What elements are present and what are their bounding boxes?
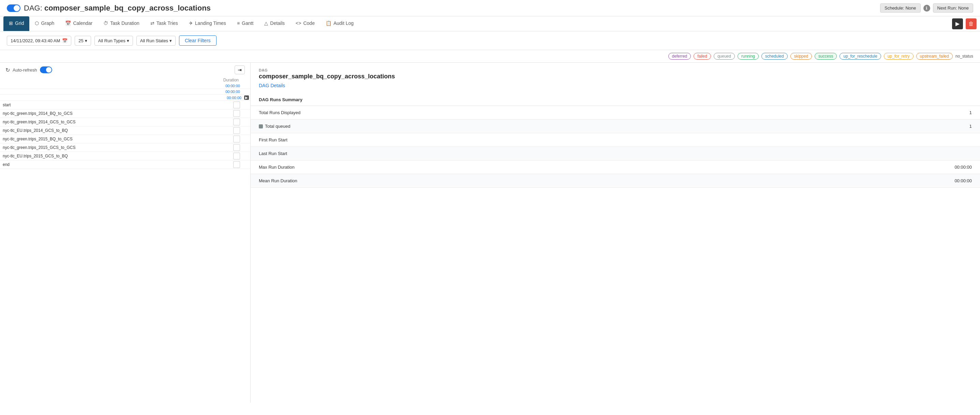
- tab-task-duration[interactable]: ⏱ Task Duration: [98, 16, 145, 31]
- row-label: Mean Run Duration: [251, 174, 712, 188]
- filter-bar: 14/11/2022, 09:43:40 AM 📅 25 ▾ All Run T…: [0, 31, 980, 50]
- task-cells: [95, 119, 250, 125]
- task-row: start: [0, 101, 250, 109]
- header-right: Schedule: None ℹ Next Run: None: [880, 3, 973, 13]
- left-panel-header: ↻ Auto-refresh ⇥: [0, 63, 250, 77]
- details-table: DAG Runs Summary Total Runs Displayed 1 …: [251, 94, 980, 188]
- date-filter[interactable]: 14/11/2022, 09:43:40 AM 📅: [7, 36, 71, 46]
- task-rows: start nyc-tlc_green.trips_2014_BQ_to_GCS…: [0, 101, 250, 169]
- table-row: Total Runs Displayed 1: [251, 106, 980, 120]
- badge-upstream-failed[interactable]: upstream_failed: [916, 53, 953, 60]
- row-value: 00:00:00: [712, 160, 980, 174]
- row-value: 1: [712, 120, 980, 133]
- run-play-button[interactable]: ▶: [244, 95, 249, 100]
- task-cells: [95, 136, 250, 143]
- info-icon[interactable]: ℹ: [923, 5, 930, 11]
- tab-details[interactable]: △ Details: [259, 16, 290, 31]
- tab-calendar[interactable]: 📅 Calendar: [60, 16, 98, 31]
- task-name-label: nyc-tlc_EU.trips_2015_GCS_to_BQ: [0, 153, 95, 159]
- task-cells: [95, 127, 250, 134]
- task-run-cell[interactable]: [233, 136, 240, 143]
- task-run-cell[interactable]: [233, 161, 240, 168]
- auto-refresh-toggle[interactable]: [40, 67, 52, 73]
- row-value: 1: [712, 106, 980, 120]
- task-tries-icon: ⇄: [150, 21, 154, 26]
- run-types-select[interactable]: All Run Types ▾: [94, 36, 133, 46]
- nav-actions: ▶ 🗑: [952, 18, 977, 29]
- landing-times-icon: ✈: [189, 21, 193, 26]
- status-row: deferred failed queued running scheduled…: [0, 50, 980, 63]
- duration-row-2: 00:00:00: [0, 89, 250, 95]
- task-row: nyc-tlc_green.trips_2015_GCS_to_GCS: [0, 143, 250, 152]
- task-run-cell[interactable]: [233, 127, 240, 134]
- task-name-label: nyc-tlc_green.trips_2014_BQ_to_GCS: [0, 110, 95, 117]
- count-chevron-icon: ▾: [85, 38, 87, 43]
- task-name-label: nyc-tlc_green.trips_2015_GCS_to_GCS: [0, 144, 95, 150]
- row-label: Last Run Start: [251, 147, 712, 160]
- badge-success[interactable]: success: [815, 53, 837, 60]
- tab-grid[interactable]: ⊞ Grid: [3, 16, 29, 31]
- tab-graph[interactable]: ⬡ Graph: [29, 16, 60, 31]
- task-cells: [95, 153, 250, 160]
- details-icon: △: [264, 21, 268, 26]
- task-run-cell[interactable]: [233, 144, 240, 151]
- dag-name-heading: composer_sample_bq_copy_across_locations: [45, 4, 211, 12]
- task-row: end: [0, 160, 250, 169]
- trigger-dag-button[interactable]: ▶: [952, 18, 963, 29]
- count-select[interactable]: 25 ▾: [75, 36, 91, 46]
- dag-details-link[interactable]: DAG Details: [259, 83, 285, 88]
- code-icon: <>: [296, 21, 301, 26]
- badge-skipped[interactable]: skipped: [791, 53, 812, 60]
- task-name-label: start: [0, 102, 95, 108]
- dag-toggle[interactable]: [7, 5, 21, 12]
- table-row: First Run Start: [251, 133, 980, 147]
- next-run-badge: Next Run: None: [933, 3, 974, 13]
- task-run-cell[interactable]: [233, 153, 240, 160]
- tab-landing-times[interactable]: ✈ Landing Times: [183, 16, 232, 31]
- task-name-label: nyc-tlc_green.trips_2015_BQ_to_GCS: [0, 136, 95, 142]
- badge-up-for-reschedule[interactable]: up_for_reschedule: [840, 53, 881, 60]
- badge-scheduled[interactable]: scheduled: [761, 53, 788, 60]
- tab-task-tries[interactable]: ⇄ Task Tries: [145, 16, 183, 31]
- badge-deferred[interactable]: deferred: [668, 53, 691, 60]
- task-run-cell[interactable]: [233, 101, 240, 108]
- audit-log-icon: 📋: [326, 21, 331, 26]
- tab-code[interactable]: <> Code: [290, 16, 320, 31]
- tab-gantt[interactable]: ≡ Gantt: [232, 16, 259, 31]
- task-name-label: end: [0, 162, 95, 168]
- queued-label: Total queued: [259, 124, 704, 129]
- badge-failed[interactable]: failed: [694, 53, 711, 60]
- table-header-row: DAG Runs Summary: [251, 94, 980, 106]
- duration-header: Duration: [0, 77, 250, 83]
- nav-tabs: ⊞ Grid ⬡ Graph 📅 Calendar ⏱ Task Duratio…: [0, 16, 980, 31]
- table-row: Mean Run Duration 00:00:00: [251, 174, 980, 188]
- right-panel-header: DAG composer_sample_bq_copy_across_locat…: [251, 63, 980, 91]
- delete-dag-button[interactable]: 🗑: [966, 18, 977, 29]
- clear-filters-button[interactable]: Clear Filters: [179, 35, 216, 46]
- page-header: DAG: composer_sample_bq_copy_across_loca…: [0, 0, 980, 16]
- task-row: nyc-tlc_green.trips_2014_BQ_to_GCS: [0, 109, 250, 118]
- expand-button[interactable]: ⇥: [235, 65, 245, 74]
- run-states-select[interactable]: All Run States ▾: [137, 36, 176, 46]
- right-panel-dag-name: composer_sample_bq_copy_across_locations: [259, 73, 972, 80]
- badge-no-status[interactable]: no_status: [955, 54, 973, 59]
- right-panel: DAG composer_sample_bq_copy_across_locat…: [251, 63, 980, 403]
- row-label: Max Run Duration: [251, 160, 712, 174]
- tab-audit-log[interactable]: 📋 Audit Log: [320, 16, 359, 31]
- run-states-chevron-icon: ▾: [169, 38, 172, 43]
- duration-row-1: 00:00:00: [0, 83, 250, 89]
- row-value: [712, 147, 980, 160]
- row-value: 00:00:00: [712, 174, 980, 188]
- badge-running[interactable]: running: [738, 53, 759, 60]
- main-content: ↻ Auto-refresh ⇥ Duration 00:00:00 00:00…: [0, 63, 980, 403]
- row-label: Total queued: [251, 120, 712, 133]
- badge-up-for-retry[interactable]: up_for_retry: [884, 53, 913, 60]
- task-row: nyc-tlc_EU.trips_2014_GCS_to_BQ: [0, 127, 250, 135]
- duration-row-3: 00:00:00 ▶: [0, 95, 250, 101]
- badge-queued[interactable]: queued: [714, 53, 735, 60]
- task-run-cell[interactable]: [233, 110, 240, 117]
- table-row: Total queued 1: [251, 120, 980, 133]
- task-name-label: nyc-tlc_EU.trips_2014_GCS_to_BQ: [0, 127, 95, 133]
- task-run-cell[interactable]: [233, 119, 240, 125]
- left-panel: ↻ Auto-refresh ⇥ Duration 00:00:00 00:00…: [0, 63, 251, 403]
